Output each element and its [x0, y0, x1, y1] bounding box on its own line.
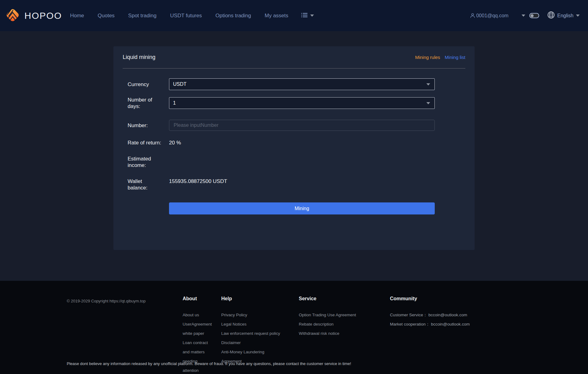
footer-link[interactable]: Law enforcement request policy: [221, 329, 280, 338]
nav-right: 0001@qq.com English: [470, 11, 580, 20]
brand-name: HOPOO: [24, 10, 62, 21]
user-account[interactable]: 0001@qq.com: [470, 13, 508, 19]
globe-icon: [547, 11, 555, 20]
brand-logo[interactable]: HOPOO: [5, 8, 62, 24]
footer-link[interactable]: UserAgreement: [183, 320, 212, 329]
footer-links: Privacy PolicyLegal NoticesLaw enforceme…: [221, 310, 280, 366]
footer-links: Option Trading Use AgreementRebate descr…: [299, 310, 356, 338]
days-row: Number of days: 1: [128, 97, 435, 110]
wallet-balance-label: Wallet balance:: [128, 178, 169, 191]
chevron-down-icon: [426, 83, 430, 85]
footer-col-service: Service Option Trading Use AgreementReba…: [299, 296, 356, 338]
footer-disclaimer: Please dont believe any information rele…: [67, 361, 351, 366]
footer-col-title: Community: [390, 296, 470, 302]
user-icon: [470, 13, 475, 18]
mining-rules-link[interactable]: Mining rules: [415, 55, 440, 60]
nav-item[interactable]: Quotes: [98, 13, 115, 19]
theme-toggle[interactable]: [529, 13, 539, 18]
number-label: Number:: [128, 122, 169, 129]
chevron-down-icon: [310, 15, 314, 17]
mining-list-link[interactable]: Mining list: [445, 55, 465, 60]
footer-col-community: Community Customer Service： bccoin@outlo…: [390, 296, 470, 329]
footer-link[interactable]: and matters: [183, 347, 212, 357]
hopoo-logo-icon: [5, 8, 20, 24]
footer-link[interactable]: attention: [183, 366, 212, 374]
nav-item[interactable]: Spot trading: [128, 13, 157, 19]
currency-row: Currency USDT: [128, 78, 435, 90]
wallet-balance-value: 155935.08872500 USDT: [169, 178, 227, 184]
footer-link[interactable]: About us: [183, 310, 212, 320]
footer-col-title: Help: [221, 296, 280, 302]
footer-link[interactable]: Legal Notices: [221, 320, 280, 329]
nav-item[interactable]: Home: [70, 13, 84, 19]
rate-label: Rate of return:: [128, 139, 169, 146]
mining-form: Currency USDT Number of days: 1: [113, 69, 475, 214]
more-menu-button[interactable]: [301, 13, 314, 19]
currency-select[interactable]: USDT: [169, 78, 435, 90]
rate-row: Rate of return: 20 %: [128, 139, 435, 146]
nav-item[interactable]: My assets: [265, 13, 289, 19]
footer-link[interactable]: white paper: [183, 329, 212, 338]
footer-link[interactable]: Privacy Policy: [221, 310, 280, 320]
footer-col-help: Help Privacy PolicyLegal NoticesLaw enfo…: [221, 296, 280, 366]
header-links: Mining rules Mining list: [415, 55, 465, 60]
top-nav: HOPOO Home Quotes Spot trading USDT futu…: [0, 0, 588, 31]
currency-value: USDT: [173, 81, 187, 87]
main-content: Liquid mining Mining rules Mining list C…: [0, 31, 588, 281]
number-input[interactable]: [169, 120, 435, 131]
submit-row: Mining: [128, 202, 435, 214]
chevron-down-icon[interactable]: [576, 15, 580, 17]
days-select[interactable]: 1: [169, 97, 435, 109]
nav-menu: Home Quotes Spot trading USDT futures Op…: [70, 13, 288, 19]
chevron-down-icon: [426, 102, 430, 104]
footer-link[interactable]: Anti-Money Laundering: [221, 347, 280, 357]
chevron-down-icon[interactable]: [522, 15, 525, 17]
footer-link[interactable]: Rebate description: [299, 320, 356, 329]
user-email: 0001@qq.com: [476, 13, 508, 19]
footer-col-title: About: [183, 296, 212, 302]
page-title: Liquid mining: [123, 54, 155, 60]
nav-item[interactable]: USDT futures: [170, 13, 202, 19]
nav-item[interactable]: Options trading: [215, 13, 251, 19]
estimated-row: Estimated income:: [128, 156, 435, 168]
number-row: Number:: [128, 120, 435, 131]
mining-button[interactable]: Mining: [169, 202, 435, 214]
days-value: 1: [173, 100, 176, 106]
toggle-knob: [531, 14, 534, 17]
days-label: Number of days:: [128, 97, 169, 110]
footer-link[interactable]: Option Trading Use Agreement: [299, 310, 356, 320]
rate-value: 20 %: [169, 140, 181, 146]
footer-link[interactable]: Disclaimer: [221, 338, 280, 347]
submit-spacer: [128, 202, 169, 214]
footer: © 2019-2029 Copyright https://qt.qibuym.…: [0, 281, 588, 374]
footer-contact: Market cooperation： bccoin@outlook.com: [390, 320, 470, 329]
language-selector[interactable]: English: [557, 13, 573, 19]
list-icon: [301, 13, 307, 19]
currency-label: Currency: [128, 81, 169, 88]
footer-col-title: Service: [299, 296, 356, 302]
wallet-row: Wallet balance: 155935.08872500 USDT: [128, 178, 435, 191]
footer-link[interactable]: Loan contract: [183, 338, 212, 347]
liquid-mining-card: Liquid mining Mining rules Mining list C…: [113, 46, 475, 250]
card-header: Liquid mining Mining rules Mining list: [113, 46, 475, 68]
estimated-income-label: Estimated income:: [128, 156, 169, 168]
footer-link[interactable]: Withdrawal risk notice: [299, 329, 356, 338]
footer-contact: Customer Service： bccoin@outlook.com: [390, 310, 470, 320]
copyright-text: © 2019-2029 Copyright https://qt.qibuym.…: [67, 299, 146, 303]
footer-contacts: Customer Service： bccoin@outlook.comMark…: [390, 310, 470, 329]
